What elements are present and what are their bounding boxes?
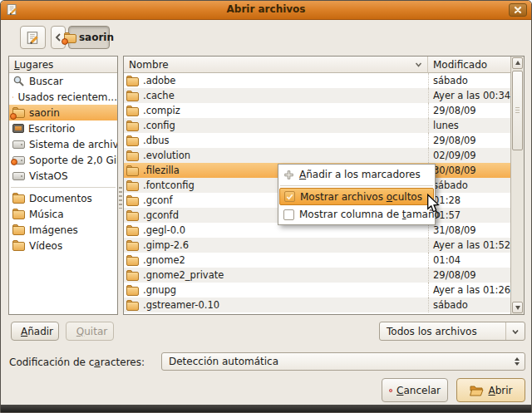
cancel-button[interactable]: Cancelar <box>382 378 448 402</box>
sidebar-item-label: VistaOS <box>29 170 68 182</box>
sidebar-item-usados-recientemente[interactable]: Usados recientem... <box>9 89 117 105</box>
plus-icon <box>283 170 294 180</box>
cancel-button-label: Cancelar <box>397 385 441 396</box>
type-filename-button[interactable] <box>20 26 46 49</box>
file-row[interactable]: .gnupgAyer a las 01:26 <box>124 283 510 297</box>
column-header-modificado[interactable]: Modificado <box>428 57 510 73</box>
folder-icon <box>126 270 139 281</box>
notepad-pencil-icon <box>26 31 40 45</box>
folder-icon <box>126 240 139 251</box>
home-folder-icon <box>12 107 25 118</box>
sidebar-item-vistaos[interactable]: VistaOS <box>9 168 117 184</box>
sidebar-item-musica[interactable]: Música <box>9 206 117 222</box>
places-panel: Lugares Buscar Usados recientem... saori… <box>8 56 118 315</box>
sidebar-item-label: Documentos <box>29 193 92 204</box>
folder-icon <box>126 195 139 206</box>
file-row[interactable]: .gnome2_private29/08/09 <box>124 268 510 283</box>
file-row[interactable]: .cacheAyer a las 00:34 <box>124 88 510 103</box>
titlebar[interactable]: Abrir archivos <box>1 1 531 20</box>
remove-button-label: Quitar <box>76 326 107 337</box>
filter-selected-value: Todos los archivos <box>387 326 477 337</box>
open-files-dialog: Abrir archivos saorin Lugares <box>0 0 532 413</box>
file-row[interactable]: .gstreamer-0.10sábado <box>124 297 510 312</box>
menu-item-label: Mostrar archivos ocultos <box>300 191 422 203</box>
search-icon <box>12 75 25 87</box>
vertical-scrollbar[interactable] <box>510 57 524 314</box>
column-header-nombre[interactable]: Nombre <box>124 57 428 73</box>
path-button-saorin[interactable]: saorin <box>68 26 110 49</box>
folder-icon <box>126 135 139 146</box>
window-bottom-edge <box>1 405 531 412</box>
close-button[interactable] <box>509 3 527 17</box>
path-button-label: saorin <box>79 32 114 43</box>
pane-splitter[interactable] <box>119 187 122 209</box>
sidebar-item-saorin[interactable]: saorin <box>9 105 117 120</box>
remove-bookmark-button[interactable]: Quitar <box>66 322 114 341</box>
add-bookmark-button[interactable]: Añadir <box>11 322 59 341</box>
folder-icon <box>126 106 139 116</box>
folder-icon <box>126 255 139 266</box>
file-filter-combobox[interactable]: Todos los archivos <box>379 322 525 341</box>
file-row[interactable]: .adobesábado <box>124 73 510 88</box>
folder-icon <box>12 193 25 204</box>
scroll-down-button[interactable] <box>512 302 523 313</box>
context-menu: Añadir a los marcadores Mostrar archivos… <box>278 164 436 225</box>
file-row[interactable]: .dbus29/08/09 <box>124 133 510 148</box>
stepper-icon <box>510 357 525 366</box>
places-header[interactable]: Lugares <box>9 57 117 73</box>
folder-icon <box>126 91 139 101</box>
menu-item-label: Añadir a los marcadores <box>299 169 421 180</box>
triangle-up-icon <box>515 61 520 65</box>
open-folder-icon <box>469 385 484 396</box>
menu-item-show-size-column[interactable]: Mostrar columna de tamaño <box>279 205 434 224</box>
folder-icon <box>12 224 25 235</box>
drive-icon <box>12 140 25 149</box>
sidebar-separator <box>9 184 117 190</box>
file-row[interactable]: .gnome201:04 <box>124 253 510 268</box>
drive-badge-icon <box>12 156 25 165</box>
sidebar-item-imagenes[interactable]: Imágenes <box>9 222 117 238</box>
chevron-down-icon[interactable] <box>414 60 423 71</box>
file-row[interactable]: .configlunes <box>124 118 510 133</box>
sidebar-item-label: Buscar <box>29 76 63 87</box>
scroll-up-button[interactable] <box>512 57 523 69</box>
menu-item-show-hidden-files[interactable]: Mostrar archivos ocultos <box>279 188 434 205</box>
folder-icon <box>126 120 139 131</box>
file-row[interactable]: .compiz29/08/09 <box>124 103 510 118</box>
folder-icon <box>126 210 139 221</box>
home-folder-icon <box>64 32 76 43</box>
menu-item-add-bookmark[interactable]: Añadir a los marcadores <box>279 165 434 184</box>
drive-icon <box>12 172 25 180</box>
open-button[interactable]: Abrir <box>456 378 525 402</box>
sidebar-item-label: saorin <box>29 107 60 119</box>
folder-icon <box>126 165 139 176</box>
file-list-header: Nombre Modificado <box>124 57 510 73</box>
cancel-icon <box>389 384 392 397</box>
scrollbar-thumb[interactable] <box>512 71 523 150</box>
sidebar-item-videos[interactable]: Vídeos <box>9 238 117 253</box>
window-title: Abrir archivos <box>1 3 531 15</box>
encoding-label: Codificación de caracteres: <box>9 356 145 368</box>
sidebar-item-escritorio[interactable]: Escritorio <box>9 120 117 136</box>
folder-icon <box>126 150 139 161</box>
sidebar-item-buscar[interactable]: Buscar <box>9 73 117 89</box>
file-row[interactable]: .evolution02/09/09 <box>124 148 510 163</box>
sidebar-item-label: Soporte de 2,0 GiB <box>29 155 117 166</box>
encoding-selected-value: Detección automática <box>169 356 278 367</box>
sidebar-item-sistema-de-archivos[interactable]: Sistema de archivos <box>9 136 117 152</box>
desktop-icon <box>12 124 24 133</box>
open-button-label: Abrir <box>488 385 512 396</box>
recent-icon <box>12 91 13 103</box>
folder-icon <box>126 300 139 311</box>
folder-icon <box>12 240 25 251</box>
sidebar-item-documentos[interactable]: Documentos <box>9 190 117 206</box>
encoding-combobox[interactable]: Detección automática <box>161 352 525 371</box>
sidebar-item-soporte-2gib[interactable]: Soporte de 2,0 GiB <box>9 152 117 168</box>
mouse-cursor <box>426 194 440 214</box>
folder-icon <box>126 76 139 86</box>
sidebar-item-label: Música <box>29 209 64 220</box>
menu-separator <box>279 184 434 188</box>
sidebar-item-label: Sistema de archivos <box>29 139 117 150</box>
add-button-label: Añadir <box>21 326 53 337</box>
file-row[interactable]: .gimp-2.6Ayer a las 01:52 <box>124 238 510 253</box>
